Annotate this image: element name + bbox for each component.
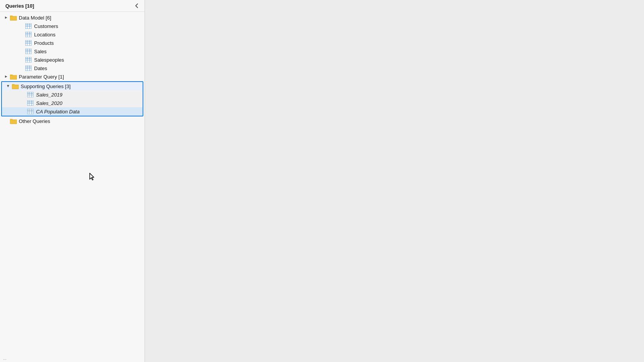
folder-icon-data-model — [10, 15, 17, 20]
tree-item-sales[interactable]: Sales — [0, 47, 145, 56]
table-icon-dates — [25, 65, 32, 71]
tree-item-data-model[interactable]: Data Model [6] — [0, 13, 145, 22]
supporting-queries-label: Supporting Queries [3] — [21, 84, 71, 89]
main-content — [145, 0, 644, 362]
table-icon-sales-2020 — [27, 100, 34, 106]
folder-icon-other-queries — [10, 118, 17, 124]
expand-icon-supporting-queries — [5, 83, 11, 89]
table-icon-products — [25, 40, 32, 46]
tree-item-salespeoples[interactable]: Salespeoples — [0, 56, 145, 64]
tree-item-other-queries[interactable]: Other Queries — [0, 117, 145, 125]
svg-rect-44 — [27, 100, 33, 106]
tree-item-customers[interactable]: Customers — [0, 22, 145, 30]
tree-item-sales-2019[interactable]: Sales_2019 — [2, 90, 143, 99]
products-label: Products — [34, 40, 54, 46]
svg-rect-23 — [25, 57, 31, 62]
svg-rect-39 — [27, 92, 33, 97]
svg-rect-28 — [25, 66, 31, 71]
tree-item-parameter-query[interactable]: Parameter Query [1] — [0, 72, 145, 81]
chevron-left-icon — [135, 3, 139, 8]
supporting-queries-group: Supporting Queries [3] Sales_2019 — [1, 81, 143, 116]
svg-rect-3 — [25, 23, 31, 29]
table-icon-locations — [25, 31, 32, 38]
sales-label: Sales — [34, 49, 47, 54]
customers-label: Customers — [34, 23, 58, 29]
sidebar-header: Queries [10] — [0, 0, 145, 12]
other-queries-label: Other Queries — [19, 118, 50, 124]
sales-2019-label: Sales_2019 — [36, 92, 62, 98]
spacer-products — [18, 40, 25, 46]
table-icon-sales-2019 — [27, 92, 34, 98]
svg-rect-8 — [25, 32, 31, 37]
salespeoples-label: Salespeoples — [34, 57, 64, 63]
table-icon-customers — [25, 23, 32, 29]
table-icon-ca-population — [27, 108, 34, 115]
folder-icon-parameter-query — [10, 74, 17, 79]
sidebar-title: Queries [10] — [5, 3, 34, 9]
spacer-sales-2019 — [20, 92, 26, 98]
folder-icon-supporting-queries — [12, 84, 19, 89]
expand-icon-parameter-query — [3, 74, 9, 80]
spacer-ca-population — [20, 108, 26, 115]
tree-item-supporting-queries[interactable]: Supporting Queries [3] — [2, 82, 143, 90]
locations-label: Locations — [34, 32, 56, 38]
parameter-query-label: Parameter Query [1] — [19, 74, 64, 80]
spacer-sales — [18, 48, 25, 54]
table-icon-sales — [25, 48, 32, 54]
tree-item-ca-population[interactable]: CA Population Data — [2, 107, 143, 116]
collapse-button[interactable] — [133, 2, 141, 9]
status-bar: ... — [0, 354, 10, 362]
spacer-customers — [18, 23, 25, 29]
tree-item-dates[interactable]: Dates — [0, 64, 145, 72]
svg-rect-18 — [25, 49, 31, 54]
data-model-label: Data Model [6] — [19, 15, 51, 21]
sidebar: Queries [10] Data Model [6] — [0, 0, 145, 362]
dates-label: Dates — [34, 66, 47, 71]
tree-item-sales-2020[interactable]: Sales_2020 — [2, 99, 143, 107]
spacer-dates — [18, 65, 25, 71]
query-tree: Data Model [6] Customers — [0, 12, 145, 362]
expand-icon-other-queries — [3, 118, 9, 124]
spacer-salespeoples — [18, 57, 25, 63]
spacer-sales-2020 — [20, 100, 26, 106]
ca-population-label: CA Population Data — [36, 109, 80, 115]
svg-rect-13 — [25, 40, 31, 46]
tree-item-locations[interactable]: Locations — [0, 30, 145, 39]
svg-rect-49 — [27, 109, 33, 114]
sales-2020-label: Sales_2020 — [36, 100, 62, 106]
spacer-locations — [18, 31, 25, 38]
table-icon-salespeoples — [25, 57, 32, 63]
expand-icon-data-model — [3, 15, 9, 21]
tree-item-products[interactable]: Products — [0, 39, 145, 47]
